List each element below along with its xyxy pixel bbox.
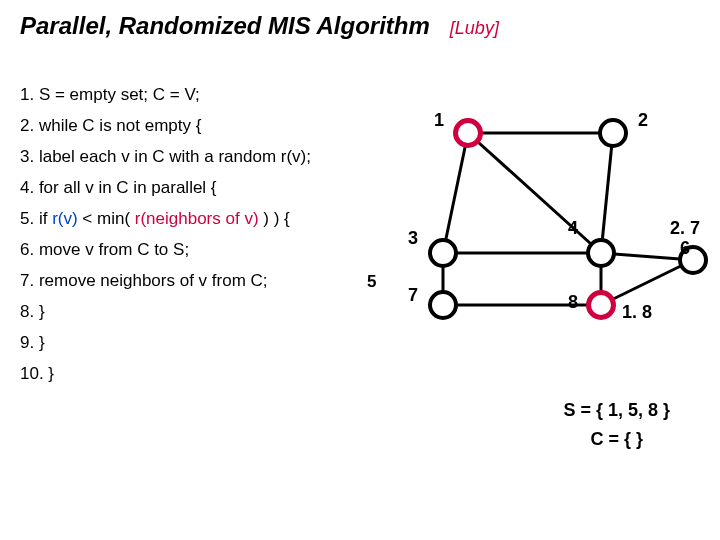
node-label: 8 <box>568 292 578 313</box>
node-label: 1 <box>434 110 444 131</box>
node-2 <box>598 118 628 148</box>
state-block: S = { 1, 5, 8 } C = { } <box>563 400 670 450</box>
state-s: S = { 1, 5, 8 } <box>563 400 670 421</box>
node-label: 2 <box>638 110 648 131</box>
svg-line-1 <box>443 133 468 253</box>
svg-line-3 <box>601 133 613 253</box>
node-7 <box>428 290 458 320</box>
node-label: 2. 7 <box>670 218 700 239</box>
node-4 <box>586 238 616 268</box>
graph-edges <box>408 100 708 360</box>
node-label: 6 <box>680 238 690 259</box>
state-c: C = { } <box>563 429 670 450</box>
citation: [Luby] <box>450 18 499 39</box>
page-title: Parallel, Randomized MIS Algorithm <box>20 12 430 40</box>
node-label: 1. 8 <box>622 302 652 323</box>
node-label: 3 <box>408 228 418 249</box>
svg-line-2 <box>468 133 601 253</box>
graph-figure: 1234781. 82. 76 <box>408 100 708 380</box>
node-1 <box>453 118 483 148</box>
node-label: 4 <box>568 218 578 239</box>
node-8 <box>586 290 616 320</box>
floating-label-5: 5 <box>367 272 376 292</box>
node-3 <box>428 238 458 268</box>
node-label: 7 <box>408 285 418 306</box>
